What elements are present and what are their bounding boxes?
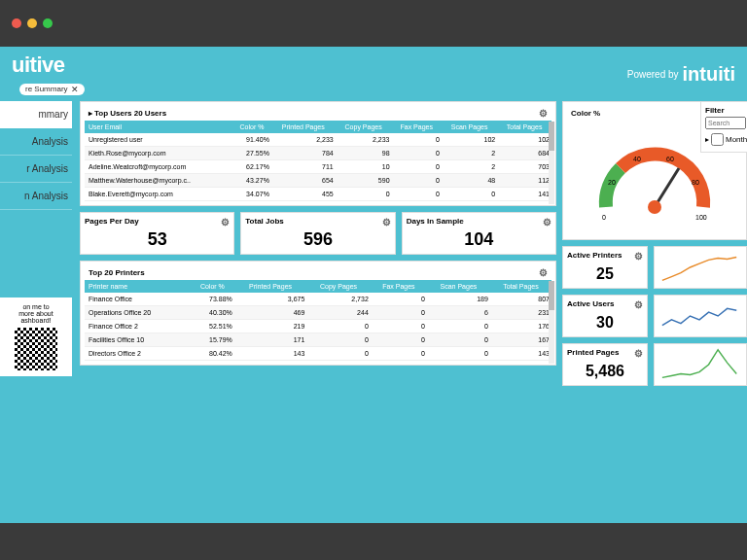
gear-icon[interactable]: ⚙	[634, 348, 643, 359]
table-cell: 0	[371, 306, 427, 320]
table-cell: 0	[427, 320, 490, 333]
window-close-dot[interactable]	[12, 18, 21, 28]
table-cell: Adeline.Weatcroft@mycorp.com	[85, 160, 232, 174]
table-cell: 0	[371, 347, 427, 361]
expand-arrow-icon[interactable]: ▸	[89, 109, 92, 118]
month-label: Month	[726, 135, 747, 144]
table-row[interactable]: Finance Office 252.51%219000176	[85, 320, 551, 333]
gear-icon[interactable]: ⚙	[634, 299, 643, 310]
table-cell: 102	[497, 133, 551, 147]
table-row[interactable]: Adeline.Weatcroft@mycorp.com62.17%711100…	[85, 160, 551, 174]
table-cell: Facilities Office 10	[85, 333, 191, 347]
kpi-label: Total Jobs	[245, 217, 283, 228]
svg-text:40: 40	[633, 156, 641, 162]
table-cell: 0	[306, 333, 370, 347]
table-header[interactable]: Copy Pages	[336, 121, 392, 133]
kpi-printed-pages: Printed Pages⚙ 5,486	[562, 343, 648, 386]
kpi-label: Active Printers	[567, 251, 622, 262]
month-checkbox[interactable]	[711, 133, 724, 146]
sidebar-item-analysis-3[interactable]: n Analysis	[0, 183, 72, 210]
table-header[interactable]: Scan Pages	[442, 121, 497, 133]
table-cell: 91.40%	[232, 133, 271, 147]
kpi-label: Pages Per Day	[85, 217, 139, 228]
table-row[interactable]: Matthew.Waterhouse@mycorp.c..43.27%65459…	[85, 174, 551, 188]
table-cell: 102	[442, 133, 497, 147]
scrollbar-thumb[interactable]	[549, 281, 554, 310]
kpi-total-jobs: Total Jobs⚙ 596	[240, 212, 395, 255]
filter-search-input[interactable]	[705, 117, 746, 129]
table-header[interactable]: Color %	[232, 121, 271, 133]
table-header[interactable]: Total Pages	[497, 121, 551, 133]
qr-promo: on me to more about ashboard!	[0, 298, 72, 376]
table-cell: 112	[497, 174, 551, 188]
table-cell: 167	[490, 333, 551, 347]
kpi-value: 5,486	[567, 363, 643, 380]
window-max-dot[interactable]	[43, 18, 53, 28]
sidebar: mmary Analysis r Analysis n Analysis on …	[0, 101, 72, 386]
table-cell: Operations Office 20	[85, 306, 191, 320]
gear-icon[interactable]: ⚙	[539, 108, 548, 119]
scrollbar-thumb[interactable]	[549, 122, 554, 151]
table-row[interactable]: Blake.Everett@mycorp.com34.07%455000141	[85, 188, 551, 201]
table-cell: 711	[271, 160, 336, 174]
table-cell: 98	[336, 147, 392, 160]
table-header[interactable]: Fax Pages	[392, 121, 442, 133]
table-header[interactable]: Total Pages	[490, 280, 551, 293]
sidebar-item-analysis-1[interactable]: Analysis	[0, 128, 72, 156]
table-cell: 80.42%	[191, 347, 234, 361]
table-cell: 0	[392, 133, 442, 147]
top-users-table: User EmailColor %Printed PagesCopy Pages…	[85, 121, 551, 201]
table-header[interactable]: Copy Pages	[306, 280, 370, 293]
kpi-active-users: Active Users⚙ 30	[562, 295, 648, 337]
close-icon[interactable]: ✕	[71, 85, 79, 94]
table-row[interactable]: Operations Office 2040.30%46924406231	[85, 306, 551, 320]
table-cell: 0	[336, 188, 392, 201]
kpi-value: 25	[567, 265, 643, 283]
table-row[interactable]: Finance Office73.88%3,6752,7320189807	[85, 293, 551, 306]
table-cell: Kieth.Rose@mycorp.com	[85, 147, 232, 160]
qr-text-2: more about	[6, 310, 66, 317]
svg-text:60: 60	[666, 156, 674, 162]
gear-icon[interactable]: ⚙	[634, 251, 643, 262]
table-header[interactable]: Printed Pages	[234, 280, 307, 293]
kpi-days-in-sample: Days In Sample⚙ 104	[402, 212, 556, 255]
table-row[interactable]: Facilities Office 1015.79%171000167	[85, 333, 551, 347]
gear-icon[interactable]: ⚙	[539, 267, 548, 278]
table-cell: Finance Office	[85, 293, 191, 306]
table-row[interactable]: Unregistered user91.40%2,2332,2330102102	[85, 133, 551, 147]
table-header[interactable]: Scan Pages	[427, 280, 490, 293]
table-cell: 231	[490, 306, 551, 320]
svg-text:0: 0	[602, 214, 606, 221]
table-cell: 0	[371, 333, 427, 347]
gear-icon[interactable]: ⚙	[382, 217, 391, 228]
table-header[interactable]: User Email	[85, 121, 232, 133]
qr-text-1: on me to	[6, 303, 66, 310]
table-row[interactable]: Directors Office 280.42%143000143	[85, 347, 551, 361]
kpi-row: Pages Per Day⚙ 53 Total Jobs⚙ 596 Days I…	[80, 212, 556, 255]
kpi-value: 596	[245, 229, 390, 250]
window-min-dot[interactable]	[27, 18, 37, 28]
table-cell: 0	[392, 160, 442, 174]
expand-caret-icon[interactable]: ▸	[705, 135, 709, 144]
table-cell: 43.27%	[232, 174, 271, 188]
table-cell: 0	[371, 320, 427, 333]
powered-by: Powered by intuiti	[627, 63, 735, 86]
svg-text:20: 20	[608, 179, 616, 186]
table-cell: 455	[271, 188, 336, 201]
table-header[interactable]: Fax Pages	[371, 280, 427, 293]
top-users-title: Top Users 20 Users	[94, 109, 166, 118]
table-cell: 0	[392, 174, 442, 188]
table-header[interactable]: Printed Pages	[271, 121, 336, 133]
table-header[interactable]: Printer name	[85, 280, 191, 293]
sidebar-item-summary[interactable]: mmary	[0, 101, 72, 128]
gear-icon[interactable]: ⚙	[543, 217, 551, 228]
kpi-value: 104	[407, 229, 551, 250]
sidebar-item-analysis-2[interactable]: r Analysis	[0, 156, 72, 183]
sparkline-active-printers	[654, 246, 747, 289]
svg-point-1	[648, 200, 661, 214]
gear-icon[interactable]: ⚙	[221, 217, 230, 228]
table-row[interactable]: Kieth.Rose@mycorp.com27.55%7849802684	[85, 147, 551, 160]
table-header[interactable]: Color %	[191, 280, 234, 293]
table-cell: 141	[497, 188, 551, 201]
tab-chip[interactable]: re Summary ✕	[19, 84, 85, 95]
